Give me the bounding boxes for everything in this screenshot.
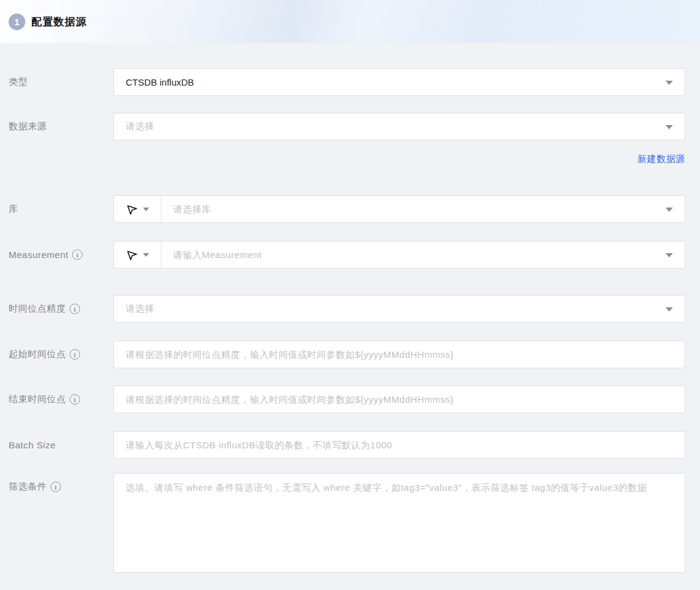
measurement-input[interactable] xyxy=(161,241,685,268)
info-icon[interactable]: i xyxy=(51,482,61,492)
precision-select[interactable]: 请选择 xyxy=(113,295,685,323)
measurement-mode-dropdown[interactable] xyxy=(114,241,161,268)
caret-down-icon xyxy=(143,253,149,257)
caret-down-icon xyxy=(665,253,673,257)
type-label: 类型 xyxy=(9,76,113,88)
precision-select-placeholder: 请选择 xyxy=(114,303,155,315)
database-label: 库 xyxy=(9,203,113,215)
caret-down-icon xyxy=(665,208,673,212)
database-mode-dropdown[interactable] xyxy=(114,196,161,222)
batch-size-label: Batch Size xyxy=(9,440,113,450)
measurement-label-text: Measurement xyxy=(9,249,68,260)
datasource-form: 类型 CTSDB influxDB 数据来源 请选择 新建数据源 库 xyxy=(0,43,700,575)
precision-label: 时间位点精度 i xyxy=(9,303,113,315)
info-icon[interactable]: i xyxy=(70,304,80,314)
end-time-label: 结束时间位点 i xyxy=(9,394,113,405)
caret-down-icon xyxy=(665,307,673,312)
info-icon[interactable]: i xyxy=(70,394,80,405)
database-input[interactable] xyxy=(161,196,685,222)
type-select[interactable]: CTSDB influxDB xyxy=(113,68,685,96)
filter-label-text: 筛选条件 xyxy=(9,481,47,493)
row-end-time: 结束时间位点 i xyxy=(9,386,700,413)
caret-down-icon xyxy=(665,81,673,85)
row-measurement: Measurement i xyxy=(9,241,700,269)
row-filter: 筛选条件 i xyxy=(9,473,700,575)
step-number-badge: 1 xyxy=(9,14,25,30)
info-icon[interactable]: i xyxy=(72,249,83,260)
end-time-label-text: 结束时间位点 xyxy=(9,394,66,405)
batch-size-input[interactable] xyxy=(113,431,685,459)
caret-down-icon xyxy=(143,208,149,211)
cursor-select-icon xyxy=(126,249,137,261)
precision-label-text: 时间位点精度 xyxy=(9,303,66,315)
database-select xyxy=(113,195,685,223)
page-title: 配置数据源 xyxy=(31,15,87,29)
filter-textarea[interactable] xyxy=(113,473,685,573)
end-time-input[interactable] xyxy=(113,386,685,413)
row-precision: 时间位点精度 i 请选择 xyxy=(9,295,700,323)
source-select-placeholder: 请选择 xyxy=(114,121,155,132)
link-row: 新建数据源 xyxy=(113,153,685,166)
row-batch-size: Batch Size xyxy=(9,431,700,459)
row-type: 类型 CTSDB influxDB xyxy=(9,68,700,96)
row-database: 库 xyxy=(9,195,700,223)
row-start-time: 起始时间位点 i xyxy=(9,341,700,368)
source-select[interactable]: 请选择 xyxy=(113,113,685,140)
create-datasource-link[interactable]: 新建数据源 xyxy=(638,153,686,164)
cursor-select-icon xyxy=(126,203,137,215)
filter-label: 筛选条件 i xyxy=(9,473,113,493)
start-time-label: 起始时间位点 i xyxy=(9,349,113,360)
step-header: 1 配置数据源 xyxy=(0,0,700,43)
type-select-value: CTSDB influxDB xyxy=(114,77,194,87)
start-time-input[interactable] xyxy=(113,341,685,368)
measurement-label: Measurement i xyxy=(9,249,113,260)
measurement-select xyxy=(113,241,685,269)
start-time-label-text: 起始时间位点 xyxy=(9,349,66,360)
info-icon[interactable]: i xyxy=(70,349,80,360)
source-label: 数据来源 xyxy=(9,121,113,132)
caret-down-icon xyxy=(665,125,673,129)
row-source: 数据来源 请选择 xyxy=(9,113,700,140)
